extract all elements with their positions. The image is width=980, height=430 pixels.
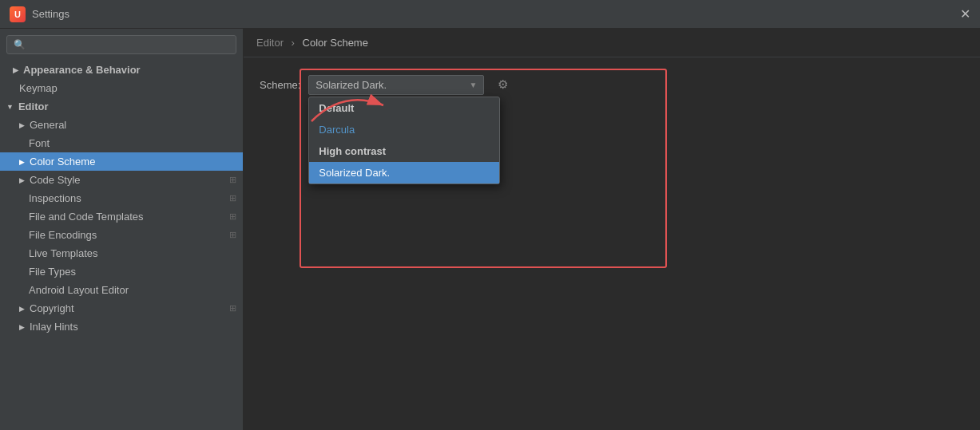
scheme-label: Scheme: (260, 79, 300, 91)
title-bar: U Settings ✕ (0, 0, 980, 29)
breadcrumb-parent: Editor (256, 37, 284, 49)
dropdown-option-default[interactable]: Default (309, 97, 499, 119)
sidebar-item-copyright[interactable]: ▶ Copyright ⊞ (0, 299, 243, 318)
sidebar-item-keymap[interactable]: Keymap (0, 79, 243, 97)
sidebar-item-general[interactable]: ▶ General (0, 116, 243, 134)
sidebar-item-label: Editor (18, 101, 49, 112)
arrow-icon: ▶ (19, 323, 25, 331)
arrow-icon: ▶ (19, 176, 25, 184)
sidebar-item-label: File Types (29, 266, 76, 278)
sidebar-item-inlay-hints[interactable]: ▶ Inlay Hints (0, 318, 243, 336)
sidebar-item-editor[interactable]: ▼ Editor (0, 97, 243, 116)
arrow-icon: ▶ (13, 66, 18, 74)
sidebar-item-label: Appearance & Behavior (23, 64, 141, 76)
arrow-icon: ▶ (19, 158, 25, 166)
main-layout: ▶ Appearance & Behavior Keymap ▼ Editor … (0, 29, 980, 430)
scheme-row: Scheme: Solarized Dark. ▼ Default Darcul… (260, 73, 964, 96)
sidebar-item-label: Color Scheme (30, 156, 95, 168)
arrow-icon: ▶ (19, 305, 25, 313)
sidebar-item-label: Android Layout Editor (29, 284, 129, 296)
sidebar-item-file-encodings[interactable]: File Encodings ⊞ (0, 226, 243, 244)
content-area: Editor › Color Scheme Scheme: (244, 29, 980, 430)
arrow-icon: ▼ (6, 103, 14, 111)
sidebar-item-label: File and Code Templates (29, 211, 144, 223)
app-icon: U (10, 6, 26, 22)
copy-icon: ⊞ (229, 303, 236, 314)
scheme-dropdown-button[interactable]: Solarized Dark. ▼ (308, 75, 484, 95)
copy-icon: ⊞ (229, 211, 236, 222)
sidebar-item-label: File Encodings (29, 229, 97, 241)
sidebar-item-label: Font (29, 137, 50, 149)
breadcrumb-separator: › (292, 37, 295, 49)
sidebar-item-label: Inlay Hints (30, 321, 78, 333)
sidebar: ▶ Appearance & Behavior Keymap ▼ Editor … (0, 29, 244, 430)
dropdown-option-darcula[interactable]: Darcula (309, 119, 499, 140)
sidebar-item-code-style[interactable]: ▶ Code Style ⊞ (0, 171, 243, 189)
sidebar-item-inspections[interactable]: Inspections ⊞ (0, 189, 243, 207)
copy-icon: ⊞ (229, 175, 236, 185)
search-input[interactable] (6, 35, 236, 54)
selected-scheme-label: Solarized Dark. (315, 79, 387, 91)
dropdown-container: Solarized Dark. ▼ Default Darcula High c… (308, 75, 484, 95)
window-title: Settings (32, 8, 69, 20)
breadcrumb: Editor › Color Scheme (244, 29, 980, 57)
sidebar-item-appearance[interactable]: ▶ Appearance & Behavior (0, 61, 243, 79)
sidebar-item-label: Live Templates (29, 247, 97, 259)
sidebar-item-label: Inspections (29, 192, 81, 204)
gear-button[interactable]: ⚙ (492, 73, 514, 96)
scheme-dropdown-list: Default Darcula High contrast Solarized … (308, 97, 500, 184)
sidebar-item-label: Copyright (30, 302, 74, 314)
copy-icon: ⊞ (229, 193, 236, 203)
chevron-down-icon: ▼ (469, 81, 477, 89)
dropdown-option-high-contrast[interactable]: High contrast (309, 140, 499, 162)
dropdown-option-solarized-dark[interactable]: Solarized Dark. (309, 162, 499, 183)
sidebar-item-label: Keymap (19, 82, 58, 94)
arrow-icon: ▶ (19, 121, 25, 129)
copy-icon: ⊞ (229, 230, 236, 240)
title-bar-left: U Settings (10, 6, 69, 22)
sidebar-item-live-templates[interactable]: Live Templates (0, 244, 243, 262)
sidebar-item-label: Code Style (30, 174, 81, 186)
settings-body: Scheme: Solarized Dark. ▼ Default Darcul… (244, 57, 980, 118)
sidebar-item-file-types[interactable]: File Types (0, 262, 243, 281)
sidebar-item-color-scheme[interactable]: ▶ Color Scheme (0, 152, 243, 171)
breadcrumb-current: Color Scheme (303, 37, 368, 49)
sidebar-item-font[interactable]: Font (0, 134, 243, 152)
sidebar-item-file-code-templates[interactable]: File and Code Templates ⊞ (0, 207, 243, 226)
sidebar-item-android-layout-editor[interactable]: Android Layout Editor (0, 281, 243, 299)
sidebar-item-label: General (30, 119, 66, 131)
close-button[interactable]: ✕ (960, 6, 970, 22)
